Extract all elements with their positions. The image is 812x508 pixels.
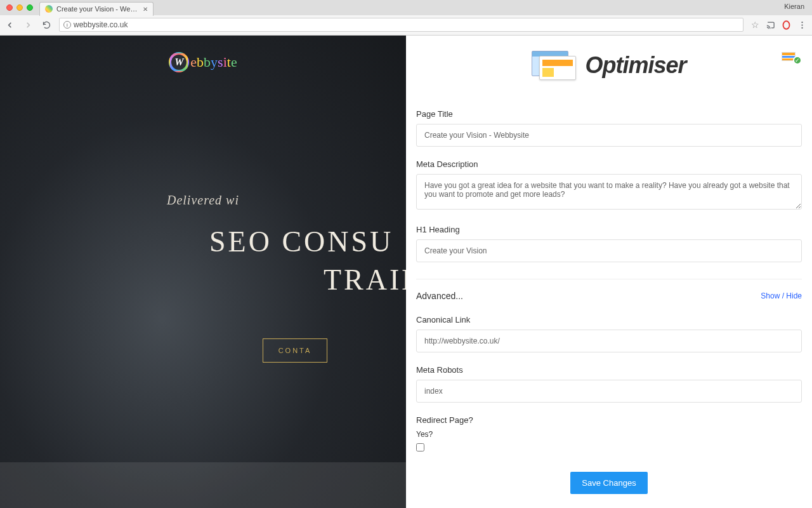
meta-robots-input[interactable] bbox=[416, 380, 802, 403]
toolbar-right: ☆ bbox=[751, 20, 807, 30]
profile-name[interactable]: Kieran bbox=[784, 3, 804, 10]
tab-strip: Create your Vision - Webbysi ✕ Kieran bbox=[0, 0, 812, 15]
cast-icon[interactable] bbox=[766, 20, 775, 30]
status-badge: ✓ bbox=[782, 51, 801, 64]
maximize-window-icon[interactable] bbox=[27, 4, 33, 11]
panel-title: Optimiser bbox=[585, 52, 686, 79]
save-changes-button[interactable]: Save Changes bbox=[570, 472, 647, 494]
logo-text: ebbysite bbox=[190, 54, 237, 70]
panel-header: Optimiser bbox=[416, 51, 802, 80]
meta-description-label: Meta Description bbox=[416, 159, 802, 169]
close-window-icon[interactable] bbox=[6, 4, 13, 11]
svg-point-2 bbox=[801, 24, 802, 25]
footer-band bbox=[0, 462, 406, 508]
info-icon[interactable]: i bbox=[63, 21, 71, 29]
redirect-page-label: Redirect Page? bbox=[416, 415, 802, 425]
back-icon[interactable] bbox=[5, 20, 15, 30]
check-icon: ✓ bbox=[793, 56, 802, 65]
svg-point-0 bbox=[783, 21, 790, 29]
site-logo[interactable]: W ebbysite bbox=[0, 36, 406, 72]
favicon-icon bbox=[45, 5, 53, 13]
minimize-window-icon[interactable] bbox=[16, 4, 23, 11]
optimiser-logo-icon bbox=[532, 51, 576, 80]
h1-heading-input[interactable] bbox=[416, 239, 802, 262]
logo-mark-icon: W bbox=[169, 52, 189, 72]
meta-description-input[interactable]: Have you got a great idea for a website … bbox=[416, 174, 802, 210]
contact-button[interactable]: CONTA bbox=[263, 338, 328, 363]
url-text: webbysite.co.uk bbox=[74, 20, 128, 29]
show-hide-toggle[interactable]: Show / Hide bbox=[761, 291, 802, 300]
hero-heading: SEO CONSU TRAIN bbox=[0, 223, 406, 299]
window-controls bbox=[6, 4, 33, 11]
svg-point-3 bbox=[801, 27, 802, 29]
page-title-input[interactable] bbox=[416, 124, 802, 147]
browser-chrome: Create your Vision - Webbysi ✕ Kieran i … bbox=[0, 0, 812, 36]
svg-point-1 bbox=[801, 22, 802, 23]
close-tab-icon[interactable]: ✕ bbox=[143, 6, 148, 13]
canonical-link-label: Canonical Link bbox=[416, 315, 802, 324]
advanced-heading: Advanced... bbox=[416, 291, 463, 301]
website-preview: W ebbysite Delivered wi SEO CONSU TRAIN … bbox=[0, 36, 406, 508]
meta-robots-label: Meta Robots bbox=[416, 365, 802, 375]
address-bar[interactable]: i webbysite.co.uk bbox=[59, 18, 743, 32]
bookmark-icon[interactable]: ☆ bbox=[751, 20, 759, 30]
redirect-yes-label: Yes? bbox=[416, 430, 802, 439]
opera-icon[interactable] bbox=[782, 20, 791, 30]
canonical-link-input[interactable] bbox=[416, 330, 802, 352]
menu-icon[interactable] bbox=[797, 20, 807, 30]
page-content: W ebbysite Delivered wi SEO CONSU TRAIN … bbox=[0, 36, 812, 508]
browser-tab[interactable]: Create your Vision - Webbysi ✕ bbox=[39, 2, 154, 16]
browser-toolbar: i webbysite.co.uk ☆ bbox=[0, 15, 812, 35]
tab-title: Create your Vision - Webbysi bbox=[56, 5, 139, 13]
reload-icon[interactable] bbox=[42, 20, 51, 30]
nav-buttons bbox=[5, 20, 51, 30]
h1-heading-label: H1 Heading bbox=[416, 225, 802, 234]
forward-icon[interactable] bbox=[23, 20, 33, 30]
redirect-checkbox[interactable] bbox=[416, 443, 424, 451]
page-title-label: Page Title bbox=[416, 109, 802, 119]
optimiser-panel: ✓ Optimiser Page Title Meta Description … bbox=[406, 36, 812, 508]
divider bbox=[416, 279, 802, 279]
hero-section: Delivered wi SEO CONSU TRAIN CONTA bbox=[0, 193, 406, 363]
hero-subtitle: Delivered wi bbox=[0, 193, 406, 208]
